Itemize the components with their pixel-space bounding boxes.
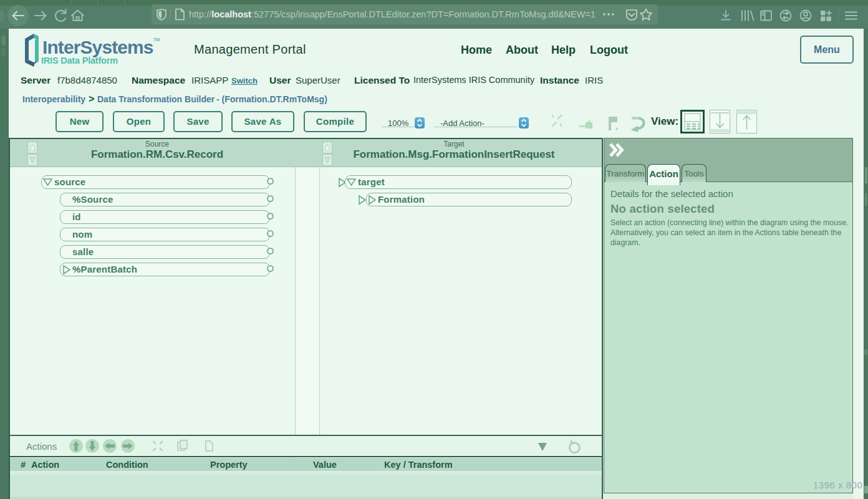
svg-text:InterSystems: InterSystems	[42, 37, 153, 57]
svg-text:TM: TM	[153, 37, 160, 42]
svg-text:IRIS Data Platform: IRIS Data Platform	[41, 56, 118, 65]
